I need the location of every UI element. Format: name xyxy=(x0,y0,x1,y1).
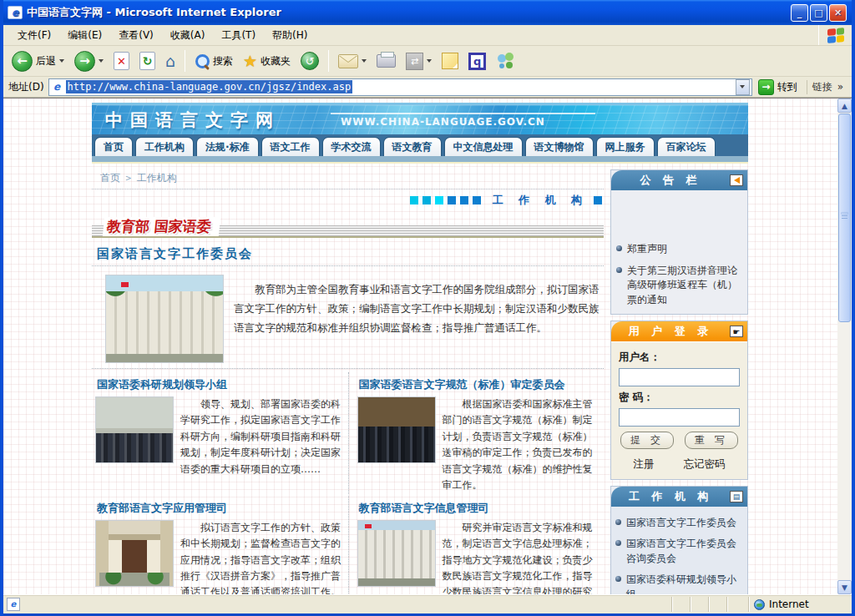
nav-tab-academic[interactable]: 学术交流 xyxy=(322,137,381,156)
org-list-item[interactable]: 国家语言文字工作委员会咨询委员会 xyxy=(615,537,743,566)
username-field[interactable] xyxy=(619,368,740,386)
scroll-down-icon[interactable]: ▼ xyxy=(837,580,852,594)
marker-square-icon xyxy=(594,196,602,204)
nav-tab-museum[interactable]: 语文博物馆 xyxy=(525,137,594,156)
menu-help[interactable]: 帮助(H) xyxy=(265,26,315,45)
org-section-title[interactable]: 教育部语言文字应用管理司 xyxy=(97,501,341,516)
scroll-up-icon[interactable]: ▲ xyxy=(837,98,852,113)
login-panel: 用 户 登 录 ☛ 用户名： 密 码： 提 交 重 写 xyxy=(610,321,748,480)
org-section-text: 根据国家语委和国家标准主管部门的语言文字规范（标准）制定计划，负责语言文字规范（… xyxy=(443,396,598,494)
org-link[interactable]: 国家语言文字工作委员会咨询委员会 xyxy=(626,537,743,566)
password-label: 密 码： xyxy=(619,391,740,405)
committee-building-photo[interactable] xyxy=(105,275,224,363)
print-button[interactable] xyxy=(373,53,399,69)
history-button[interactable]: ↺ xyxy=(297,50,322,72)
close-button[interactable]: ✕ xyxy=(829,4,847,22)
ministry-heading: 教育部 国家语委 xyxy=(103,217,220,236)
org-section-photo[interactable] xyxy=(357,520,436,587)
home-icon: ⌂ xyxy=(165,52,175,70)
mail-button[interactable] xyxy=(335,53,370,70)
maximize-button[interactable]: □ xyxy=(810,4,827,22)
edit-button[interactable]: ⇄ xyxy=(402,51,435,72)
nav-tab-language-work[interactable]: 语文工作 xyxy=(261,137,320,156)
announcement-item[interactable]: 郑重声明 xyxy=(616,242,742,256)
site-banner: 中国语言文字网 WWW.CHINA-LANGUAGE.GOV.CN xyxy=(92,103,748,134)
announcement-link[interactable]: 郑重声明 xyxy=(627,242,667,256)
org-section-photo[interactable] xyxy=(95,520,174,587)
menu-view[interactable]: 查看(V) xyxy=(111,26,161,45)
divider xyxy=(92,162,748,164)
login-title: 用 户 登 录 xyxy=(611,324,730,339)
main-nav: 首页 工作机构 法规·标准 语文工作 学术交流 语文教育 中文信息处理 语文博物… xyxy=(92,134,748,156)
org-section-title[interactable]: 教育部语言文字信息管理司 xyxy=(359,501,598,516)
scrollbar-thumb[interactable] xyxy=(838,114,851,322)
search-button[interactable]: 搜索 xyxy=(191,52,236,70)
reset-button[interactable]: 重 写 xyxy=(685,432,738,449)
forward-dropdown-icon[interactable] xyxy=(99,59,104,63)
back-dropdown-icon[interactable] xyxy=(59,59,64,63)
back-button[interactable]: ← 后退 xyxy=(8,49,68,73)
org-link[interactable]: 国家语言文字工作委员会 xyxy=(626,516,736,530)
menu-file[interactable]: 文件(F) xyxy=(10,26,58,45)
org-section-title[interactable]: 国家语委科研规划领导小组 xyxy=(97,377,341,392)
menu-edit[interactable]: 编辑(E) xyxy=(60,26,109,45)
password-field[interactable] xyxy=(619,408,740,427)
committee-heading[interactable]: 国家语言文字工作委员会 xyxy=(97,246,604,262)
menu-tools[interactable]: 工具(T) xyxy=(214,26,263,45)
org-section-photo[interactable] xyxy=(357,396,436,463)
address-input[interactable]: e http://www.china-language.gov.cn/jgsz/… xyxy=(48,78,752,96)
nav-tab-info-processing[interactable]: 中文信息处理 xyxy=(444,137,523,156)
go-button[interactable]: → 转到 xyxy=(756,78,802,96)
site-logo-text[interactable]: 中国语言文字网 xyxy=(92,109,281,132)
nav-tab-forum[interactable]: 百家论坛 xyxy=(657,137,716,156)
links-bar[interactable]: 链接 » xyxy=(807,80,848,94)
submit-button[interactable]: 提 交 xyxy=(620,432,674,449)
announcement-item[interactable]: 关于第三期汉语拼音理论高级研修班返程车（机）票的通知 xyxy=(616,264,742,307)
breadcrumb-home-link[interactable]: 首页 xyxy=(100,172,120,184)
nav-tab-services[interactable]: 网上服务 xyxy=(596,137,655,156)
refresh-button[interactable]: ↻ xyxy=(136,50,159,72)
print-icon xyxy=(377,54,396,68)
org-section-text: 研究并审定语言文字标准和规范，制定语言文字信息处理标准；指导地方文字规范化建设；… xyxy=(443,520,598,594)
stop-icon: ✕ xyxy=(114,52,129,70)
nav-tab-home[interactable]: 首页 xyxy=(94,137,133,156)
nav-tab-orgs[interactable]: 工作机构 xyxy=(135,137,194,156)
toolbar-separator xyxy=(328,50,329,72)
vertical-scrollbar[interactable]: ▲ ▼ xyxy=(837,98,852,594)
more-arrow-icon[interactable] xyxy=(730,174,743,186)
ministry-heading-block: 教育部 国家语委 xyxy=(92,216,604,238)
bullet-icon xyxy=(615,576,621,582)
forgot-password-link[interactable]: 忘记密码 xyxy=(684,457,726,472)
edit-dropdown-icon[interactable] xyxy=(427,59,432,63)
menu-favorites[interactable]: 收藏(A) xyxy=(163,26,213,45)
links-label: 链接 xyxy=(812,80,832,94)
marker-square-icon xyxy=(460,196,468,204)
back-icon: ← xyxy=(12,51,33,72)
messenger-button[interactable] xyxy=(493,51,519,71)
org-section: 教育部语言文字应用管理司 拟订语言文字工作的方针、政策和中长期规划；监督检查语言… xyxy=(92,496,348,594)
breadcrumb-current: 工作机构 xyxy=(137,172,177,184)
address-url[interactable]: http://www.china-language.gov.cn/jgsz/in… xyxy=(66,80,353,93)
thunder-button[interactable]: q xyxy=(465,51,489,72)
stop-button[interactable]: ✕ xyxy=(110,50,133,72)
chevrons-icon[interactable]: » xyxy=(837,81,843,93)
org-section-photo[interactable] xyxy=(95,396,174,463)
announcement-link[interactable]: 关于第三期汉语拼音理论高级研修班返程车（机）票的通知 xyxy=(627,264,742,307)
toolbar-separator xyxy=(185,50,185,72)
register-link[interactable]: 注册 xyxy=(634,457,655,472)
browser-viewport: 中国语言文字网 WWW.CHINA-LANGUAGE.GOV.CN 首页 工作机… xyxy=(3,98,852,594)
forward-button[interactable]: → xyxy=(71,49,107,73)
favorites-button[interactable]: ★ 收藏夹 xyxy=(240,50,294,72)
org-list-item[interactable]: 国家语言文字工作委员会 xyxy=(615,516,743,530)
mail-dropdown-icon[interactable] xyxy=(362,59,367,63)
org-list-item[interactable]: 国家语委科研规划领导小组 xyxy=(615,573,743,594)
announcements-panel: 公 告 栏 郑重声明 关于第三期汉语拼音理论高级研修班返 xyxy=(610,169,748,315)
nav-tab-regulations[interactable]: 法规·标准 xyxy=(196,137,259,156)
minimize-button[interactable]: _ xyxy=(791,4,808,22)
home-button[interactable]: ⌂ xyxy=(162,50,179,72)
nav-tab-education[interactable]: 语文教育 xyxy=(383,137,442,156)
discuss-button[interactable] xyxy=(438,51,462,71)
address-dropdown-icon[interactable] xyxy=(736,79,750,95)
org-section-title[interactable]: 国家语委语言文字规范（标准）审定委员会 xyxy=(359,377,598,392)
org-link[interactable]: 国家语委科研规划领导小组 xyxy=(626,573,743,594)
